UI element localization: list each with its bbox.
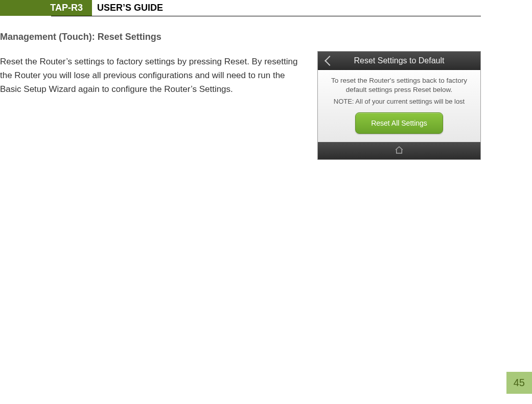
phone-screenshot: Reset Settings to Default To reset the R…	[317, 51, 481, 160]
phone-header-bar: Reset Settings to Default	[318, 52, 480, 70]
reset-all-settings-button[interactable]: Reset All Settings	[355, 112, 443, 134]
phone-footer-bar	[318, 142, 480, 159]
text-column: Management (Touch): Reset Settings Reset…	[0, 32, 307, 160]
content-area: Management (Touch): Reset Settings Reset…	[0, 16, 532, 160]
home-icon[interactable]	[395, 146, 404, 157]
screenshot-column: Reset Settings to Default To reset the R…	[317, 32, 481, 160]
phone-body: To reset the Router's settings back to f…	[318, 70, 480, 142]
document-header: TAP-R3 USER’S GUIDE	[51, 0, 481, 16]
phone-header-title: Reset Settings to Default	[318, 56, 480, 65]
document-title: USER’S GUIDE	[92, 0, 168, 16]
page-number: 45	[506, 372, 532, 394]
back-chevron-icon[interactable]	[325, 56, 335, 66]
product-tab: TAP-R3	[0, 0, 92, 16]
phone-instruction-text: To reset the Router's settings back to f…	[326, 76, 472, 94]
section-heading: Management (Touch): Reset Settings	[0, 32, 307, 42]
phone-note-text: NOTE: All of your current settings will …	[326, 98, 472, 105]
body-text: Reset the Router’s settings to factory s…	[0, 55, 307, 97]
